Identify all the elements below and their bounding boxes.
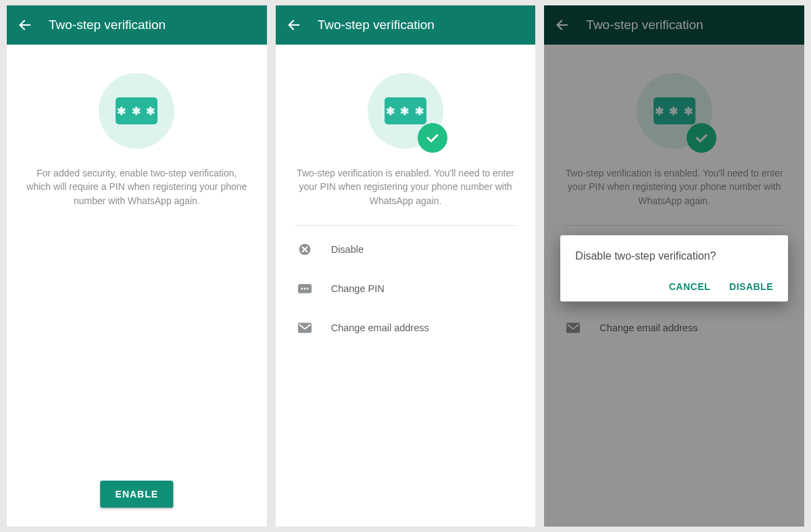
option-label: Change email address [331, 322, 429, 333]
description-text: For added security, enable two-step veri… [26, 166, 248, 208]
appbar-title: Two-step verification [318, 18, 435, 32]
svg-point-7 [303, 287, 305, 289]
content-area: ✱ ✱ ✱ For added security, enable two-ste… [7, 45, 267, 527]
svg-rect-9 [298, 322, 312, 333]
screen-enabled-settings: Two-step verification ✱ ✱ ✱ Two-step ver… [276, 5, 536, 527]
email-icon [297, 320, 312, 335]
dialog-title: Disable two-step verification? [575, 250, 773, 262]
pin-dots-icon [297, 281, 312, 296]
dialog-actions: CANCEL DISABLE [575, 281, 773, 292]
checkmark-badge-icon [418, 123, 447, 153]
enable-button[interactable]: ENABLE [101, 481, 174, 508]
pin-hero-icon: ✱ ✱ ✱ [99, 73, 174, 149]
option-disable[interactable]: Disable [295, 230, 517, 269]
back-arrow-icon[interactable] [18, 18, 32, 32]
pin-hero-icon: ✱ ✱ ✱ [368, 73, 443, 149]
options-list: Disable Change PIN Change email address [295, 230, 517, 347]
back-arrow-icon[interactable] [287, 18, 301, 32]
screen-enable-prompt: Two-step verification ✱ ✱ ✱ For added se… [7, 5, 267, 527]
option-change-pin[interactable]: Change PIN [295, 269, 517, 308]
divider [295, 225, 517, 226]
appbar: Two-step verification [7, 5, 267, 45]
content-area: ✱ ✱ ✱ Two-step verification is enabled. … [276, 45, 536, 527]
svg-point-6 [301, 287, 303, 289]
disable-confirm-button[interactable]: DISABLE [729, 281, 773, 292]
description-text: Two-step verification is enabled. You'll… [295, 166, 517, 208]
option-label: Disable [331, 244, 364, 255]
screen-disable-dialog: Two-step verification ✱ ✱ ✱ Two-step ver… [544, 5, 804, 527]
pin-box-icon: ✱ ✱ ✱ [385, 97, 426, 124]
option-change-email[interactable]: Change email address [295, 308, 517, 347]
disable-confirm-dialog: Disable two-step verification? CANCEL DI… [560, 235, 788, 301]
option-label: Change PIN [331, 283, 385, 294]
cancel-button[interactable]: CANCEL [669, 281, 710, 292]
svg-point-8 [306, 287, 308, 289]
appbar: Two-step verification [276, 5, 536, 45]
pin-box-icon: ✱ ✱ ✱ [116, 97, 157, 124]
disable-icon [297, 242, 312, 257]
appbar-title: Two-step verification [49, 18, 166, 32]
